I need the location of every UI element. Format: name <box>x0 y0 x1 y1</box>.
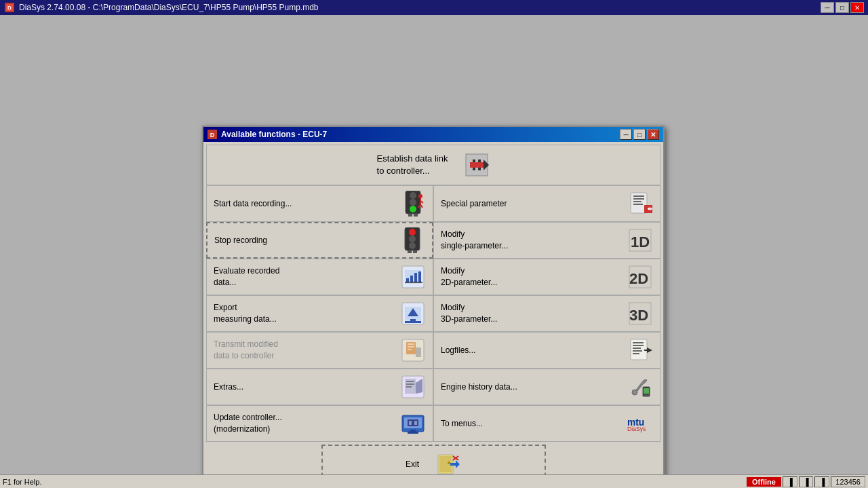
svg-rect-56 <box>408 343 414 345</box>
svg-rect-40 <box>406 278 409 282</box>
svg-rect-41 <box>410 276 413 282</box>
update-controller-icon <box>400 411 426 436</box>
dialog-window-controls: ─ □ ✕ <box>620 129 659 140</box>
stop-recording-item[interactable]: Stop recording <box>206 222 433 259</box>
svg-text:✏: ✏ <box>648 206 652 212</box>
logfiles-label: Logfiles... <box>441 345 475 356</box>
main-maximize-btn[interactable]: □ <box>835 2 849 13</box>
svg-point-18 <box>418 194 422 198</box>
svg-rect-85 <box>409 421 412 425</box>
modify-3d-item[interactable]: Modify3D-parameter... 3D <box>433 295 660 332</box>
svg-rect-86 <box>414 421 417 425</box>
engine-history-item[interactable]: Engine history data... <box>433 369 660 405</box>
transmit-data-label: Transmit modifieddata to controller <box>214 339 278 362</box>
evaluate-recorded-item[interactable]: Evaluate recordeddata... <box>206 259 433 295</box>
svg-rect-65 <box>633 353 639 354</box>
svg-rect-76 <box>644 388 649 394</box>
start-recording-item[interactable]: Start data recording... <box>206 185 433 222</box>
svg-text:D: D <box>7 5 12 11</box>
status-segment-3: ▐ <box>814 476 829 487</box>
main-close-btn[interactable]: ✕ <box>850 2 864 13</box>
modify-3d-icon: 3D <box>627 301 653 326</box>
main-window-controls: ─ □ ✕ <box>821 2 864 13</box>
to-menus-label: To menus... <box>441 418 483 430</box>
svg-rect-78 <box>646 394 648 396</box>
svg-rect-61 <box>633 342 644 343</box>
modify-1d-icon: 1D <box>627 227 653 253</box>
svg-rect-16 <box>408 214 412 217</box>
dialog-close-btn[interactable]: ✕ <box>647 129 659 140</box>
dialog-content: Establish data link to controller... <box>203 142 663 488</box>
dialog-title: Available functions - ECU-7 <box>221 130 620 139</box>
offline-indicator: Offline <box>747 477 781 487</box>
evaluate-recorded-icon <box>400 264 426 290</box>
svg-rect-77 <box>644 394 646 396</box>
main-window-title: DiaSys 2.74.00.08 - C:\ProgramData\DiaSy… <box>19 3 821 12</box>
logfiles-icon <box>627 337 653 363</box>
evaluate-recorded-label: Evaluate recordeddata... <box>214 265 279 288</box>
transmit-data-item: Transmit modifieddata to controller <box>206 332 433 369</box>
status-bar: F1 for Help. Offline ▐ ▐ ▐ 123456 <box>0 474 868 488</box>
svg-rect-50 <box>410 319 416 321</box>
svg-rect-8 <box>473 159 475 162</box>
svg-text:D: D <box>210 132 215 138</box>
logfiles-item[interactable]: Logfiles... <box>433 332 660 369</box>
extras-item[interactable]: Extras... <box>206 369 433 405</box>
svg-rect-43 <box>418 271 421 282</box>
svg-rect-83 <box>408 432 418 434</box>
main-minimize-btn[interactable]: ─ <box>821 2 834 13</box>
establish-data-link-label: Establish data link to controller... <box>377 153 448 177</box>
svg-point-33 <box>409 242 416 249</box>
start-recording-icon <box>400 191 426 217</box>
modify-1d-item[interactable]: Modifysingle-parameter... 1D <box>433 222 660 259</box>
special-parameter-label: Special parameter <box>441 198 507 210</box>
status-segment-1: ▐ <box>783 476 797 487</box>
svg-rect-35 <box>413 250 417 253</box>
update-controller-label: Update controller...(modernization) <box>214 412 282 435</box>
svg-rect-57 <box>408 346 414 348</box>
svg-rect-79 <box>648 394 649 396</box>
svg-marker-66 <box>647 348 652 353</box>
svg-marker-59 <box>416 348 421 357</box>
modify-2d-icon: 2D <box>627 264 653 290</box>
stop-recording-icon <box>399 227 425 253</box>
establish-data-link-item[interactable]: Establish data link to controller... <box>206 145 660 185</box>
svg-text:3D: 3D <box>629 307 648 324</box>
special-parameter-item[interactable]: Special parameter ✏ <box>433 185 660 222</box>
svg-rect-58 <box>408 349 412 350</box>
svg-rect-42 <box>414 273 417 282</box>
status-right-area: Offline ▐ ▐ ▐ 123456 <box>747 476 865 487</box>
export-measuring-item[interactable]: Exportmeasuring data... <box>206 295 433 332</box>
modify-3d-label: Modify3D-parameter... <box>441 302 497 325</box>
svg-rect-63 <box>633 348 641 349</box>
svg-rect-62 <box>633 345 644 346</box>
svg-text:2D: 2D <box>629 270 648 287</box>
svg-rect-9 <box>478 159 481 162</box>
modify-2d-item[interactable]: Modify2D-parameter... 2D <box>433 259 660 295</box>
svg-text:1D: 1D <box>631 233 650 250</box>
extras-icon <box>400 374 426 400</box>
main-window-icon: D <box>4 2 15 13</box>
export-measuring-label: Exportmeasuring data... <box>214 302 277 325</box>
dialog-maximize-btn[interactable]: □ <box>633 129 646 140</box>
svg-point-31 <box>409 229 416 236</box>
extras-label: Extras... <box>214 381 243 393</box>
update-controller-item[interactable]: Update controller...(modernization) <box>206 405 433 442</box>
to-menus-icon: mtu DiaSys <box>627 411 653 436</box>
svg-rect-11 <box>478 168 481 170</box>
dialog-icon: D <box>208 130 217 139</box>
transmit-data-icon <box>400 337 426 363</box>
svg-rect-27 <box>633 204 643 205</box>
modify-1d-label: Modifysingle-parameter... <box>441 229 508 252</box>
svg-point-13 <box>410 192 416 199</box>
svg-rect-64 <box>633 350 642 352</box>
functions-grid-2: Transmit modifieddata to controller <box>206 332 660 442</box>
to-menus-item[interactable]: To menus... mtu DiaSys <box>433 405 660 442</box>
svg-rect-34 <box>408 250 412 253</box>
svg-rect-10 <box>473 168 475 170</box>
dialog-minimize-btn[interactable]: ─ <box>620 129 632 140</box>
available-functions-dialog: D Available functions - ECU-7 ─ □ ✕ Esta… <box>202 126 665 488</box>
stop-recording-label: Stop recording <box>214 235 267 246</box>
svg-point-15 <box>410 206 416 212</box>
status-segment-2: ▐ <box>799 476 814 487</box>
